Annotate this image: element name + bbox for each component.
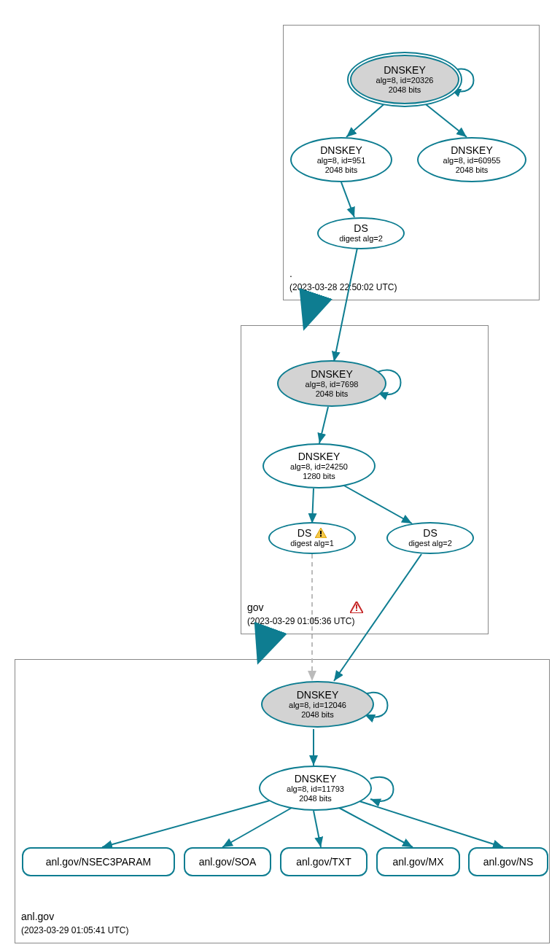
node-title: anl.gov/NS [483, 856, 533, 868]
node-sub1: alg=8, id=11793 [287, 784, 344, 794]
node-root-zsk2: DNSKEY alg=8, id=60955 2048 bits [417, 137, 526, 182]
node-sub1: digest alg=1 [290, 539, 334, 548]
node-sub1: alg=8, id=951 [317, 156, 366, 166]
node-gov-ds1: DS digest alg=1 [268, 522, 356, 554]
zone-root-name: . [289, 268, 292, 279]
node-title: DNSKEY [451, 144, 493, 156]
node-root-zsk1: DNSKEY alg=8, id=951 2048 bits [290, 137, 392, 182]
node-sub1: alg=8, id=24250 [290, 462, 348, 472]
node-anl-ksk: DNSKEY alg=8, id=12046 2048 bits [261, 681, 374, 728]
node-title: DNSKEY [320, 144, 362, 156]
dnssec-diagram: . (2023-03-28 22:50:02 UTC) gov (2023-03… [7, 7, 553, 943]
node-sub1: alg=8, id=12046 [289, 701, 346, 710]
zone-anl-name: anl.gov [21, 911, 54, 922]
zone-anl-ts: (2023-03-29 01:05:41 UTC) [21, 925, 128, 935]
node-sub1: digest alg=2 [339, 234, 383, 244]
node-title: anl.gov/SOA [199, 856, 257, 868]
node-root-ds: DS digest alg=2 [317, 217, 405, 249]
svg-rect-3 [356, 610, 357, 611]
node-rec-mx: anl.gov/MX [376, 847, 460, 876]
svg-rect-2 [356, 604, 357, 609]
warning-icon [315, 528, 327, 538]
node-rec-nsec3: anl.gov/NSEC3PARAM [22, 847, 175, 876]
node-sub1: alg=8, id=60955 [443, 156, 501, 166]
node-title: anl.gov/TXT [296, 856, 351, 868]
node-sub1: alg=8, id=20326 [376, 76, 434, 85]
node-sub2: 1280 bits [303, 472, 335, 481]
node-title: DNSKEY [384, 64, 426, 76]
node-gov-zsk: DNSKEY alg=8, id=24250 1280 bits [262, 443, 376, 488]
node-title: DS [354, 222, 368, 234]
zone-gov-ts: (2023-03-29 01:05:36 UTC) [247, 616, 354, 626]
node-title: DS [298, 527, 311, 539]
node-rec-ns: anl.gov/NS [468, 847, 548, 876]
node-rec-txt: anl.gov/TXT [280, 847, 368, 876]
svg-rect-0 [320, 531, 322, 534]
node-sub2: 2048 bits [325, 166, 358, 175]
node-gov-ksk: DNSKEY alg=8, id=7698 2048 bits [277, 360, 386, 407]
node-sub1: digest alg=2 [408, 539, 452, 548]
node-title: DNSKEY [295, 773, 337, 784]
node-sub2: 2048 bits [389, 85, 421, 95]
node-sub2: 2048 bits [299, 794, 332, 803]
zone-gov-name: gov [247, 601, 264, 613]
node-sub2: 2048 bits [316, 389, 349, 399]
svg-rect-1 [320, 535, 322, 537]
node-title: DNSKEY [311, 368, 353, 380]
node-title: DS [423, 527, 437, 539]
node-sub1: alg=8, id=7698 [306, 380, 359, 389]
zone-root-ts: (2023-03-28 22:50:02 UTC) [289, 282, 397, 292]
node-anl-zsk: DNSKEY alg=8, id=11793 2048 bits [259, 766, 372, 811]
node-rec-soa: anl.gov/SOA [184, 847, 271, 876]
node-sub2: 2048 bits [301, 710, 334, 720]
node-title: anl.gov/MX [392, 856, 443, 868]
node-gov-ds2: DS digest alg=2 [386, 522, 474, 554]
node-root-ksk: DNSKEY alg=8, id=20326 2048 bits [350, 55, 459, 104]
node-title: DNSKEY [298, 451, 341, 462]
node-title: DNSKEY [297, 689, 339, 701]
node-sub2: 2048 bits [456, 166, 489, 175]
node-title: anl.gov/NSEC3PARAM [46, 856, 151, 868]
error-icon [350, 601, 363, 613]
